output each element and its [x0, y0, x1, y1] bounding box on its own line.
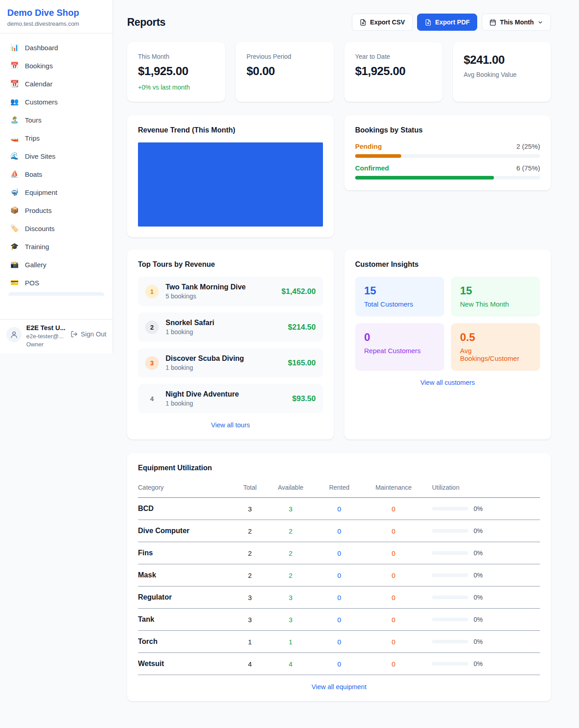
- nav-item-icon: 🏝️: [10, 116, 19, 124]
- col-total: Total: [233, 480, 267, 498]
- equipment-row: Dive Computer 2 2 0 0 0%: [138, 520, 540, 542]
- tour-row[interactable]: 4 Night Dive Adventure 1 booking $93.50: [138, 384, 323, 413]
- nav-item-icon: 📅: [10, 61, 19, 70]
- sidebar-nav-item[interactable]: 💳 POS: [4, 274, 109, 291]
- equipment-available: 2: [267, 520, 314, 542]
- col-rented: Rented: [314, 480, 364, 498]
- sidebar-item-reports-partial[interactable]: [8, 292, 104, 296]
- nav-item-icon: 🌊: [10, 152, 19, 160]
- utilization-bar-track: [432, 551, 468, 555]
- sidebar-nav-item[interactable]: 🤿 Equipment: [4, 184, 109, 201]
- utilization-percent: 0%: [474, 549, 483, 557]
- revenue-trend-card: Revenue Trend (This Month): [127, 115, 334, 237]
- utilization-bar-track: [432, 662, 468, 666]
- shop-name: Demo Dive Shop: [7, 8, 105, 18]
- equipment-total: 4: [233, 653, 267, 675]
- insight-value: 0.5: [460, 331, 531, 344]
- utilization-percent: 0%: [474, 616, 483, 623]
- tour-row[interactable]: 3 Discover Scuba Diving 1 booking $165.0…: [138, 348, 323, 378]
- sidebar-nav-item[interactable]: 🏝️ Tours: [4, 111, 109, 128]
- chevron-down-icon: [537, 19, 543, 25]
- nav-item-icon: ⛵: [10, 170, 19, 178]
- nav-item-label: Trips: [25, 134, 40, 142]
- customer-insights-card: Customer Insights 15 Total Customers 15 …: [344, 250, 551, 440]
- sidebar-nav-item[interactable]: 🚤 Trips: [4, 129, 109, 147]
- utilization-bar-track: [432, 507, 468, 511]
- export-csv-button[interactable]: Export CSV: [352, 14, 413, 31]
- equipment-row: BCD 3 3 0 0 0%: [138, 498, 540, 520]
- utilization-bar-track: [432, 640, 468, 643]
- status-progress-track: [355, 154, 540, 158]
- period-dropdown[interactable]: This Month: [482, 14, 551, 31]
- equipment-maintenance: 0: [364, 520, 423, 542]
- equipment-total: 2: [233, 520, 267, 542]
- export-pdf-button[interactable]: Export PDF: [417, 14, 477, 31]
- view-all-tours-link[interactable]: View all tours: [138, 421, 323, 429]
- rank-badge: 2: [145, 321, 159, 334]
- export-csv-label: Export CSV: [370, 19, 405, 26]
- period-label: This Month: [500, 19, 534, 26]
- sign-out-button[interactable]: Sign Out: [71, 331, 106, 338]
- sidebar-nav-item[interactable]: 📊 Dashboard: [4, 39, 109, 56]
- equipment-available: 4: [267, 653, 314, 675]
- insight-value: 15: [460, 284, 531, 297]
- stat-delta: +0% vs last month: [138, 84, 214, 91]
- tour-name: Night Dive Adventure: [166, 390, 239, 398]
- tour-row[interactable]: 1 Two Tank Morning Dive 5 bookings $1,45…: [138, 277, 323, 306]
- col-category: Category: [138, 480, 233, 498]
- tour-bookings: 1 booking: [166, 400, 239, 407]
- equipment-category: Regulator: [138, 586, 233, 609]
- sidebar-nav-item[interactable]: 🌊 Dive Sites: [4, 147, 109, 165]
- customer-insights-title: Customer Insights: [355, 260, 540, 269]
- view-all-customers-link[interactable]: View all customers: [355, 379, 540, 386]
- stat-value: $1,925.00: [138, 64, 214, 78]
- page-header: Reports Export CSV Export PDF This Month: [127, 14, 551, 31]
- sidebar-nav-item[interactable]: 👥 Customers: [4, 93, 109, 110]
- bookings-by-status-title: Bookings by Status: [355, 126, 540, 134]
- equipment-maintenance: 0: [364, 653, 423, 675]
- sidebar-nav-item[interactable]: 📸 Gallery: [4, 256, 109, 273]
- top-tours-card: Top Tours by Revenue 1 Two Tank Morning …: [127, 250, 334, 440]
- user-footer: E2E Test U... e2e-tester@... Owner Sign …: [0, 319, 113, 353]
- insight-value: 0: [364, 331, 435, 344]
- stat-card: Previous Period $0.00: [236, 42, 334, 102]
- equipment-total: 3: [233, 609, 267, 631]
- col-maintenance: Maintenance: [364, 480, 423, 498]
- equipment-rented: 0: [314, 586, 364, 609]
- sidebar-nav-item[interactable]: 📦 Products: [4, 202, 109, 219]
- rank-badge: 3: [145, 356, 159, 370]
- insight-label: New This Month: [460, 300, 531, 308]
- insight-value: 15: [364, 284, 435, 297]
- equipment-available: 2: [267, 564, 314, 586]
- insight-label: Total Customers: [364, 300, 435, 308]
- col-utilization: Utilization: [423, 480, 540, 498]
- equipment-maintenance: 0: [364, 542, 423, 564]
- insight-tile: 0.5 Avg Bookings/Customer: [451, 323, 540, 371]
- main-content: Reports Export CSV Export PDF This Month…: [113, 0, 579, 701]
- nav-item-icon: 🤿: [10, 188, 19, 196]
- view-all-equipment-link[interactable]: View all equipment: [138, 683, 540, 690]
- insight-tile: 0 Repeat Customers: [355, 323, 444, 371]
- stat-cards-row: This Month $1,925.00 +0% vs last month P…: [127, 42, 551, 102]
- revenue-trend-bar: [138, 142, 323, 227]
- tour-row[interactable]: 2 Snorkel Safari 1 booking $214.50: [138, 312, 323, 342]
- insights-grid: 15 Total Customers 15 New This Month 0 R…: [355, 277, 540, 371]
- user-role: Owner: [26, 341, 66, 348]
- file-download-icon: [360, 19, 366, 26]
- sidebar-nav-item[interactable]: 📅 Bookings: [4, 57, 109, 74]
- nav-item-label: Bookings: [25, 62, 53, 70]
- nav-item-label: Equipment: [25, 189, 57, 196]
- sidebar-nav-item[interactable]: 📆 Calendar: [4, 75, 109, 92]
- equipment-table: Category Total Available Rented Maintena…: [138, 480, 540, 675]
- stat-value: $241.00: [464, 53, 540, 67]
- sidebar-nav-item[interactable]: 🏷️ Discounts: [4, 220, 109, 237]
- equipment-total: 2: [233, 542, 267, 564]
- calendar-icon: [489, 19, 496, 26]
- revenue-trend-title: Revenue Trend (This Month): [138, 126, 323, 134]
- sidebar-nav-item[interactable]: 🎓 Training: [4, 238, 109, 255]
- nav-item-label: Dive Sites: [25, 152, 56, 160]
- equipment-rented: 0: [314, 498, 364, 520]
- nav-item-icon: 📆: [10, 80, 19, 88]
- equipment-maintenance: 0: [364, 498, 423, 520]
- sidebar-nav-item[interactable]: ⛵ Boats: [4, 165, 109, 183]
